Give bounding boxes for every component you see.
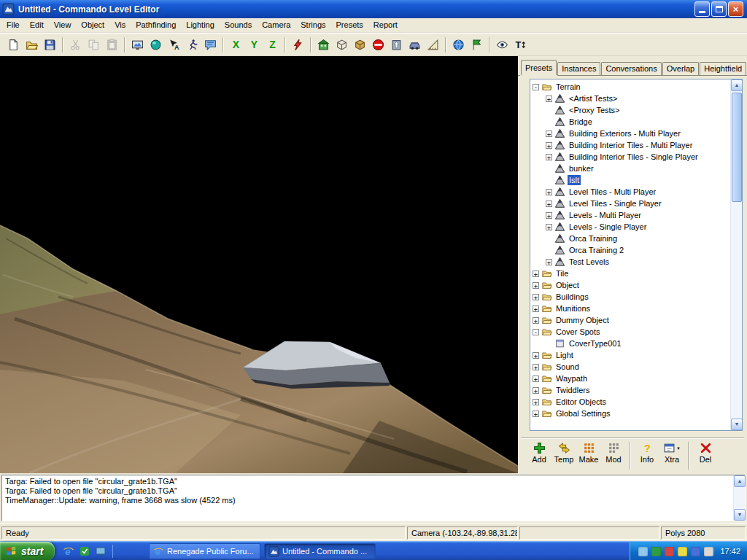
menu-presets[interactable]: Presets [331, 18, 368, 32]
taskbar-task-2[interactable]: Untitled - Commando ... [264, 543, 376, 559]
z-axis-button[interactable]: Z [263, 36, 282, 54]
quick-launch-3[interactable] [95, 545, 107, 557]
tree-item[interactable]: +Levels - Single Player [530, 221, 730, 233]
tree-item[interactable]: bunker [530, 163, 730, 174]
tree-item-label[interactable]: Test Levels [568, 257, 611, 267]
tree-item-label[interactable]: <Proxy Tests> [568, 105, 622, 115]
new-file-button[interactable] [4, 36, 23, 54]
tree-item-label[interactable]: Islt [568, 175, 581, 185]
mod-button[interactable]: Mod [601, 442, 626, 464]
tree-item[interactable]: <Proxy Tests> [530, 104, 730, 116]
tree-item[interactable]: +Building Interior Tiles - Multi Player [530, 139, 730, 151]
tray-icon-1[interactable] [638, 547, 648, 556]
tray-icon-6[interactable] [704, 547, 713, 556]
log-scrollbar[interactable]: ▲ ▼ [733, 475, 745, 521]
taskbar-task-1[interactable]: eRenegade Public Foru... [149, 543, 260, 559]
tree-item[interactable]: CoverType001 [530, 338, 730, 349]
tree-item-label[interactable]: Twiddlers [554, 385, 591, 395]
tree-item-label[interactable]: Cover Spots [554, 327, 602, 337]
tree-expand-minus-box[interactable]: - [533, 329, 539, 335]
tree-expand-plus-box[interactable]: + [533, 387, 539, 394]
log-scroll-down-button[interactable]: ▼ [734, 509, 746, 521]
tree-item[interactable]: Orca Training [530, 233, 730, 244]
tree-item[interactable]: +Dummy Object [530, 314, 730, 326]
tree-expand-plus-box[interactable]: + [546, 224, 552, 230]
scroll-down-button[interactable]: ▼ [731, 419, 743, 430]
flag-button[interactable] [468, 36, 486, 54]
menu-sounds[interactable]: Sounds [220, 18, 257, 32]
tree-item-label[interactable]: Building Interior Tiles - Multi Player [568, 140, 694, 150]
tree-expand-plus-box[interactable]: + [533, 317, 539, 324]
solid-cube-button[interactable] [351, 36, 369, 54]
tree-item[interactable]: +Global Settings [530, 408, 730, 419]
tree-item-label[interactable]: Bridge [568, 117, 594, 127]
tray-icon-5[interactable] [691, 547, 700, 556]
tree-expand-plus-box[interactable]: + [533, 282, 539, 289]
save-button[interactable] [41, 36, 59, 54]
tree-item[interactable]: +Light [530, 349, 730, 361]
tree-item-label[interactable]: Level Tiles - Single Player [568, 198, 663, 209]
tree-expand-plus-box[interactable]: + [546, 212, 552, 219]
tree-item-label[interactable]: Levels - Multi Player [568, 210, 643, 220]
tree-item[interactable]: +Levels - Multi Player [530, 209, 730, 221]
minimize-button[interactable] [694, 1, 710, 17]
tray-icon-3[interactable] [665, 547, 674, 556]
tray-icon-2[interactable] [651, 547, 661, 556]
tree-item-label[interactable]: Building Interior Tiles - Single Player [568, 152, 700, 162]
x-axis-button[interactable]: X [227, 36, 245, 54]
lightning-button[interactable] [289, 36, 307, 54]
tree-item-label[interactable]: Orca Training [568, 233, 619, 244]
scroll-up-button[interactable]: ▲ [731, 79, 743, 91]
add-button[interactable]: Add [527, 442, 551, 464]
wireframe-cube-button[interactable] [333, 36, 351, 54]
display-mode-button[interactable] [128, 36, 147, 54]
tree-expand-plus-box[interactable]: + [533, 399, 539, 405]
tree-expand-plus-box[interactable]: + [533, 352, 539, 359]
tree-item-label[interactable]: Level Tiles - Multi Player [568, 187, 657, 197]
material-editor-button[interactable] [147, 36, 165, 54]
tree-item[interactable]: Islt [530, 174, 730, 186]
copy-button[interactable] [85, 36, 103, 54]
tree-item[interactable]: +Buildings [530, 291, 730, 303]
tree-item-label[interactable]: Tile [554, 268, 570, 279]
tree-item[interactable]: +Editor Objects [530, 396, 730, 408]
tree-item[interactable]: -Cover Spots [530, 326, 730, 338]
tree-item-label[interactable]: Global Settings [554, 408, 612, 419]
menu-edit[interactable]: Edit [25, 18, 49, 32]
menu-strings[interactable]: Strings [295, 18, 330, 32]
dropdown-arrow-icon[interactable]: ▼ [676, 446, 681, 451]
tree-expand-plus-box[interactable]: + [533, 411, 539, 417]
tree-item[interactable]: +Object [530, 279, 730, 291]
tree-item-label[interactable]: Object [554, 280, 581, 290]
preset-tree[interactable]: -Terrain+<Artist Tests><Proxy Tests>Brid… [530, 79, 730, 430]
no-entry-button[interactable] [369, 36, 387, 54]
tree-expand-plus-box[interactable]: + [533, 306, 539, 312]
menu-object[interactable]: Object [76, 18, 109, 32]
y-axis-button[interactable]: Y [245, 36, 263, 54]
make-button[interactable]: Make [576, 442, 601, 464]
character-button[interactable] [183, 36, 201, 54]
open-file-button[interactable] [23, 36, 41, 54]
tree-expand-plus-box[interactable]: + [546, 189, 552, 195]
tab-overlap[interactable]: Overlap [662, 62, 700, 75]
temp-button[interactable]: Temp [551, 442, 576, 464]
del-button[interactable]: Del [693, 442, 718, 464]
tray-icon-4[interactable] [678, 547, 687, 556]
text-tool-button[interactable]: T [511, 36, 530, 54]
tree-item-label[interactable]: Buildings [554, 292, 590, 302]
building-button[interactable] [314, 36, 333, 54]
tree-item[interactable]: +<Artist Tests> [530, 93, 730, 104]
menu-vis[interactable]: Vis [109, 18, 131, 32]
tree-item[interactable]: +Twiddlers [530, 384, 730, 396]
tree-item[interactable]: +Building Interior Tiles - Single Player [530, 151, 730, 163]
cut-button[interactable] [66, 36, 85, 54]
tree-item-label[interactable]: Building Exteriors - Multi Player [568, 128, 682, 139]
tree-item-label[interactable]: Light [554, 350, 575, 360]
menu-file[interactable]: File [1, 18, 25, 32]
menu-lighting[interactable]: Lighting [181, 18, 220, 32]
tab-heightfield[interactable]: Heightfield [700, 62, 746, 75]
tree-item-label[interactable]: Dummy Object [554, 315, 611, 325]
tree-item-label[interactable]: Editor Objects [554, 397, 608, 407]
vehicle-button[interactable] [406, 36, 424, 54]
info-button[interactable]: ?Info [635, 442, 659, 464]
